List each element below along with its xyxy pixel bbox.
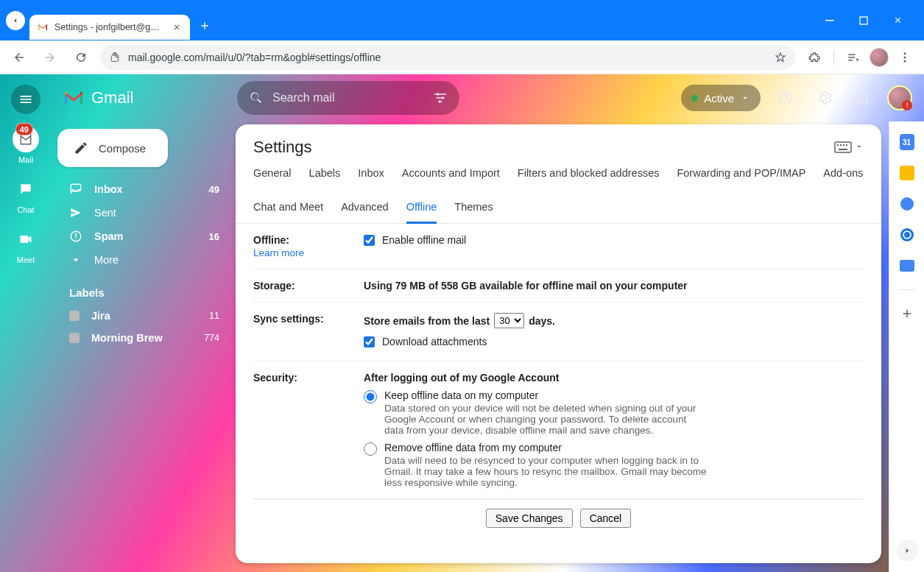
account-button[interactable]: ! (887, 85, 912, 110)
search-options-icon[interactable] (433, 91, 448, 105)
svg-point-14 (861, 96, 864, 99)
new-tab-button[interactable] (194, 15, 215, 36)
search-input[interactable] (272, 91, 424, 105)
tasks-addon[interactable] (900, 197, 914, 211)
svg-point-18 (866, 102, 869, 105)
label-count: 11 (209, 311, 219, 321)
support-button[interactable] (772, 85, 799, 111)
svg-rect-24 (846, 144, 847, 146)
svg-point-7 (441, 96, 443, 99)
sidebar-item-inbox[interactable]: Inbox49 (57, 177, 230, 201)
window-close-button[interactable] (887, 10, 908, 31)
status-selector[interactable]: Active (681, 85, 761, 111)
tab-accounts-and-import[interactable]: Accounts and Import (402, 167, 500, 188)
sync-prefix: Store emails from the last (364, 315, 490, 327)
keep-addon[interactable] (900, 166, 914, 180)
calendar-addon[interactable]: 31 (900, 135, 914, 149)
svg-point-5 (904, 60, 906, 62)
svg-point-16 (856, 102, 859, 105)
contacts-icon (900, 228, 914, 241)
back-button[interactable] (7, 46, 31, 69)
tab-close-button[interactable] (171, 21, 183, 33)
settings-button[interactable] (811, 85, 837, 111)
sidebar-item-more[interactable]: More (57, 248, 230, 272)
label-item[interactable]: Morning Brew774 (57, 327, 230, 349)
main-menu-button[interactable] (11, 85, 40, 114)
tab-inbox[interactable]: Inbox (358, 167, 384, 188)
chrome-menu-button[interactable] (893, 46, 917, 69)
toolbar-divider (833, 50, 834, 65)
site-info-icon[interactable] (109, 52, 121, 63)
calendar-icon: 31 (900, 134, 914, 150)
apps-button[interactable] (849, 85, 875, 111)
remove-data-radio[interactable] (364, 442, 377, 456)
search-mail[interactable] (237, 81, 459, 115)
settings-tabs: GeneralLabelsInboxAccounts and ImportFil… (236, 157, 881, 224)
keep-data-radio[interactable] (364, 390, 377, 403)
side-panel-divider (899, 289, 915, 290)
chrome-profile-button[interactable] (870, 48, 889, 67)
browser-tab[interactable]: Settings - jonfgilbert@gmail.co (29, 15, 190, 40)
cancel-button[interactable]: Cancel (580, 509, 632, 528)
remove-data-title: Remove offline data from my computer (384, 442, 708, 453)
tab-general[interactable]: General (253, 167, 292, 188)
svg-rect-23 (843, 144, 844, 146)
tab-chat-and-meet[interactable]: Chat and Meet (253, 201, 323, 223)
tab-search-button[interactable] (6, 11, 25, 30)
media-control-button[interactable] (842, 46, 865, 69)
svg-point-11 (861, 92, 864, 95)
save-button[interactable]: Save Changes (486, 509, 573, 528)
brand-name: Gmail (91, 88, 133, 107)
extensions-button[interactable] (803, 46, 826, 69)
svg-rect-25 (839, 149, 847, 150)
reload-button[interactable] (69, 46, 93, 69)
forward-button[interactable] (38, 46, 62, 69)
sidebar-item-spam[interactable]: Spam16 (57, 225, 230, 248)
chevron-down-icon (740, 93, 750, 103)
enable-offline-checkbox[interactable] (364, 235, 375, 246)
window-maximize-button[interactable] (853, 10, 874, 31)
gmail-brand[interactable]: Gmail (63, 88, 225, 107)
tab-advanced[interactable]: Advanced (341, 201, 389, 223)
rail-item-mail[interactable]: 49 Mail (13, 126, 39, 164)
tab-forwarding-and-pop-imap[interactable]: Forwarding and POP/IMAP (677, 167, 805, 188)
url-text: mail.google.com/mail/u/0/?tab=rm&ogbl#se… (128, 52, 767, 63)
rail-item-chat[interactable]: Chat (13, 176, 39, 214)
svg-point-4 (904, 56, 906, 58)
settings-title: Settings (253, 138, 312, 157)
sidebar-item-sent[interactable]: Sent (57, 201, 230, 225)
svg-rect-20 (835, 142, 851, 152)
tab-themes[interactable]: Themes (454, 201, 493, 223)
meet-icon (18, 232, 33, 247)
chat-icon (18, 182, 33, 197)
tasks-icon (900, 197, 914, 211)
window-minimize-button[interactable] (819, 10, 840, 31)
tab-labels[interactable]: Labels (309, 167, 341, 188)
input-tools-button[interactable] (834, 141, 864, 153)
svg-point-12 (866, 92, 869, 95)
label-name: Jira (91, 310, 110, 322)
enable-offline-label: Enable offline mail (382, 234, 466, 246)
gmail-sidebar: Compose Inbox49SentSpam16More Labels Jir… (52, 121, 236, 572)
app-switcher-rail: 49 Mail Chat Meet (0, 74, 52, 572)
download-attachments-label: Download attachments (382, 336, 487, 347)
storage-text: Using 79 MB of 558 GB available for offl… (364, 280, 688, 292)
sync-days-select[interactable]: 30 (494, 313, 524, 328)
label-item[interactable]: Jira11 (57, 305, 230, 327)
tab-filters-and-blocked-addresses[interactable]: Filters and blocked addresses (518, 167, 660, 188)
tab-add-ons[interactable]: Add-ons (823, 167, 863, 188)
meet-addon[interactable] (900, 258, 914, 273)
svg-rect-22 (840, 144, 842, 146)
address-bar[interactable]: mail.google.com/mail/u/0/?tab=rm&ogbl#se… (100, 45, 795, 70)
tab-offline[interactable]: Offline (406, 201, 437, 224)
hide-side-panel-button[interactable] (896, 540, 918, 562)
contacts-addon[interactable] (900, 227, 914, 242)
rail-item-meet[interactable]: Meet (13, 226, 39, 264)
keep-data-desc: Data stored on your device will not be d… (384, 403, 708, 436)
bookmark-icon[interactable] (775, 52, 786, 63)
tab-title: Settings - jonfgilbert@gmail.co (54, 22, 165, 32)
download-attachments-checkbox[interactable] (364, 336, 375, 347)
learn-more-link[interactable]: Learn more (253, 247, 364, 258)
compose-button[interactable]: Compose (57, 129, 168, 167)
get-addons-button[interactable] (900, 306, 914, 321)
